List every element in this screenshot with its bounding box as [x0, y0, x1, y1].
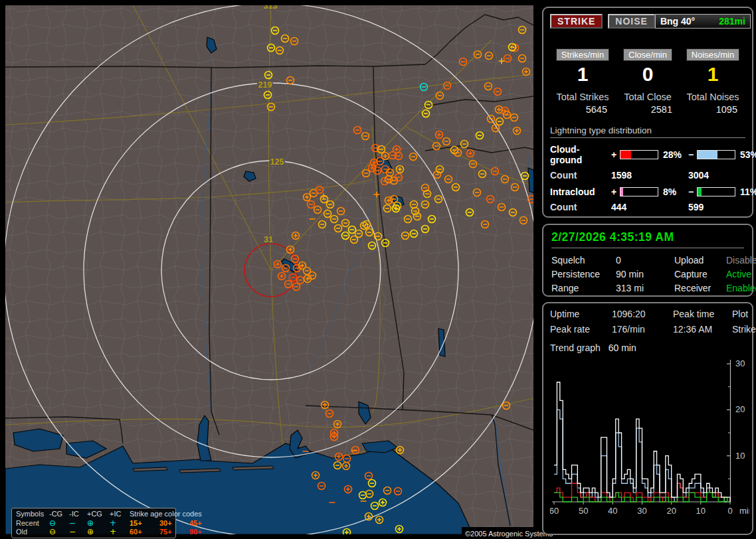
peak-time-label: Peak time [673, 309, 732, 319]
ic-neg-bar [697, 187, 735, 196]
status-panel: 2/27/2026 4:35:19 AM Squelch 0 Upload Di… [542, 224, 753, 297]
total-strikes-value: 5645 [550, 104, 615, 115]
total-close-value: 2581 [615, 104, 680, 115]
cloud-ground-label: Cloud-ground [550, 144, 611, 165]
ic-count-label: Count [550, 202, 611, 212]
svg-text:40: 40 [608, 506, 617, 516]
ic-plus-sign: + [611, 187, 620, 197]
legend-age-title: Strike age color codes [130, 510, 216, 519]
cg-count-row: Count 1598 3004 [550, 170, 745, 181]
lightning-map[interactable]: 31321912531 Symbols -CG -IC +CG +IC Stri… [5, 5, 533, 534]
legend-col-neg-cg: -CG [49, 510, 69, 519]
svg-text:30: 30 [637, 506, 646, 516]
total-strikes-label: Total Strikes [557, 92, 609, 102]
copyright-notice: ©2005 Astrogenic Systems [462, 527, 541, 539]
trend-graph-label: Trend graph [550, 343, 601, 353]
bearing-value: Bng 40° [660, 16, 695, 27]
ic-neg-count: 599 [688, 202, 756, 212]
strike-toggle-button[interactable]: STRIKE [550, 14, 603, 29]
persistence-label: Persistence [551, 269, 616, 279]
ic-count-row: Count 444 599 [550, 202, 745, 212]
svg-text:10: 10 [696, 506, 706, 516]
svg-text:60: 60 [550, 506, 559, 516]
svg-text:20: 20 [735, 404, 745, 414]
svg-text:31: 31 [264, 235, 273, 244]
svg-text:min: min [739, 506, 749, 516]
cg-pos-count: 1598 [611, 170, 688, 181]
legend-col-pos-ic: +IC [110, 510, 130, 519]
receiver-label: Receiver [674, 283, 726, 293]
old-pos-ic-icon: + [110, 528, 130, 537]
svg-text:219: 219 [258, 80, 272, 90]
sidebar: STRIKE NOISE Bng 40° 281mi Strikes/min 1… [541, 0, 756, 539]
peak-rate-value: 176/min [612, 324, 673, 335]
total-close-label: Total Close [624, 92, 672, 102]
ic-pos-count: 444 [611, 202, 688, 212]
map-legend: Symbols -CG -IC +CG +IC Strike age color… [11, 508, 176, 538]
trend-window-value: 60 min [609, 343, 636, 353]
cg-neg-pct: 53% [737, 149, 756, 160]
cg-pos-pct: 28% [660, 149, 688, 160]
ic-minus-sign: − [688, 187, 697, 197]
old-neg-cg-icon: ⊖ [49, 528, 69, 537]
plot-label: Plot [732, 309, 756, 319]
strike-stats-panel: STRIKE NOISE Bng 40° 281mi Strikes/min 1… [542, 7, 753, 218]
uptime-value: 1096:20 [612, 309, 673, 319]
old-neg-ic-icon: − [69, 528, 87, 537]
range-label: Range [551, 283, 616, 293]
age-75: 75+ [159, 528, 189, 537]
persistence-value: 90 min [616, 269, 674, 279]
noises-per-min-chip[interactable]: Noises/min [686, 48, 739, 61]
svg-text:30: 30 [735, 358, 745, 368]
legend-old-label: Old [16, 528, 49, 537]
svg-text:313: 313 [264, 5, 278, 11]
plot-type-value: Strike [732, 324, 756, 335]
upload-label: Upload [674, 255, 726, 266]
svg-text:125: 125 [270, 157, 284, 167]
close-counter: Close/min 0 Total Close 2581 [615, 48, 680, 115]
noises-rate: 1 [708, 62, 719, 86]
squelch-label: Squelch [551, 255, 616, 266]
legend-col-pos-cg: +CG [87, 510, 110, 519]
cg-neg-count: 3004 [688, 170, 756, 181]
total-noises-value: 1095 [680, 104, 745, 115]
age-90: 90+ [189, 528, 216, 537]
intracloud-row: Intracloud + 8% − 11% [550, 187, 745, 197]
upload-status: Disabled [726, 255, 756, 266]
receiver-status: Enabled [726, 283, 756, 293]
peak-time-value: 12:36 AM [673, 324, 732, 335]
strikes-per-min-chip[interactable]: Strikes/min [556, 48, 609, 61]
age-45: 45+ [189, 519, 216, 528]
strikes-rate: 1 [577, 62, 589, 86]
age-30: 30+ [159, 519, 189, 528]
total-noises-label: Total Noises [687, 92, 739, 102]
recent-neg-ic-icon: − [69, 519, 87, 528]
old-pos-cg-icon: ⊕ [87, 528, 110, 537]
noise-toggle-button[interactable]: NOISE [608, 14, 655, 29]
uptime-label: Uptime [550, 309, 612, 319]
close-per-min-chip[interactable]: Close/min [623, 48, 672, 61]
legend-recent-label: Recent [16, 519, 49, 528]
trend-panel: Uptime 1096:20 Peak time Plot Peak rate … [542, 302, 753, 535]
capture-label: Capture [674, 269, 726, 279]
bearing-display[interactable]: Bng 40° 281mi [655, 14, 751, 29]
svg-text:20: 20 [666, 506, 676, 516]
svg-text:0: 0 [727, 506, 732, 516]
app-window: 31321912531 Symbols -CG -IC +CG +IC Stri… [0, 0, 756, 539]
recent-pos-ic-icon: + [110, 519, 130, 528]
datetime-display: 2/27/2026 4:35:19 AM [551, 230, 744, 248]
recent-neg-cg-icon: ⊖ [49, 519, 69, 528]
strikes-counter: Strikes/min 1 Total Strikes 5645 [550, 48, 615, 115]
capture-status: Active [726, 269, 756, 279]
squelch-value: 0 [616, 255, 674, 266]
cg-plus-sign: + [611, 149, 620, 160]
range-value: 313 mi [616, 283, 674, 293]
ic-neg-pct: 11% [737, 187, 756, 197]
noises-counter: Noises/min 1 Total Noises 1095 [680, 48, 745, 115]
bearing-distance: 281mi [719, 16, 745, 27]
cg-count-label: Count [550, 170, 611, 181]
intracloud-label: Intracloud [550, 187, 611, 197]
trend-graph-chart: 1020306050403020100min [550, 354, 749, 522]
cg-minus-sign: − [688, 149, 697, 160]
distribution-title: Lightning type distribution [550, 125, 745, 138]
